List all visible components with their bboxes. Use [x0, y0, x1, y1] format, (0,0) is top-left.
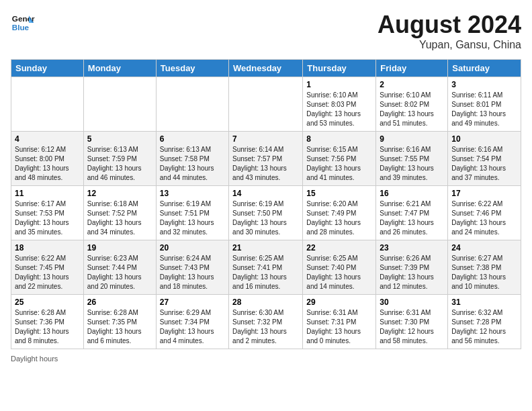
- calendar-cell: 27Sunrise: 6:29 AMSunset: 7:34 PMDayligh…: [156, 295, 228, 349]
- calendar-cell: 19Sunrise: 6:23 AMSunset: 7:44 PMDayligh…: [83, 240, 156, 295]
- day-number: 13: [160, 189, 225, 198]
- calendar-cell: 8Sunrise: 6:15 AMSunset: 7:56 PMDaylight…: [303, 132, 376, 186]
- day-info: Sunrise: 6:26 AMSunset: 7:39 PMDaylight:…: [380, 254, 444, 291]
- day-info: Sunrise: 6:32 AMSunset: 7:28 PMDaylight:…: [451, 308, 517, 346]
- day-number: 3: [451, 80, 517, 89]
- day-number: 8: [306, 134, 372, 144]
- calendar-day-header: Sunday: [11, 60, 84, 77]
- day-number: 19: [87, 243, 152, 253]
- calendar-cell: 30Sunrise: 6:31 AMSunset: 7:30 PMDayligh…: [376, 295, 448, 349]
- calendar-cell: 24Sunrise: 6:27 AMSunset: 7:38 PMDayligh…: [448, 240, 521, 295]
- day-info: Sunrise: 6:10 AMSunset: 8:03 PMDaylight:…: [306, 91, 372, 128]
- day-info: Sunrise: 6:25 AMSunset: 7:41 PMDaylight:…: [232, 254, 299, 291]
- day-number: 5: [87, 134, 152, 144]
- day-number: 28: [232, 298, 299, 307]
- day-number: 7: [232, 134, 299, 144]
- day-info: Sunrise: 6:31 AMSunset: 7:31 PMDaylight:…: [306, 308, 372, 346]
- calendar-cell: 3Sunrise: 6:11 AMSunset: 8:01 PMDaylight…: [448, 77, 521, 132]
- calendar-cell: 22Sunrise: 6:25 AMSunset: 7:40 PMDayligh…: [303, 240, 376, 295]
- calendar-cell: 23Sunrise: 6:26 AMSunset: 7:39 PMDayligh…: [376, 240, 448, 295]
- day-number: 27: [160, 298, 225, 307]
- calendar-cell: 20Sunrise: 6:24 AMSunset: 7:43 PMDayligh…: [156, 240, 228, 295]
- day-number: 20: [160, 243, 225, 253]
- day-info: Sunrise: 6:17 AMSunset: 7:53 PMDaylight:…: [15, 199, 80, 237]
- calendar-cell: 13Sunrise: 6:19 AMSunset: 7:51 PMDayligh…: [156, 186, 228, 240]
- calendar-week-row: 25Sunrise: 6:28 AMSunset: 7:36 PMDayligh…: [11, 295, 521, 349]
- day-info: Sunrise: 6:29 AMSunset: 7:34 PMDaylight:…: [160, 308, 225, 346]
- day-info: Sunrise: 6:27 AMSunset: 7:38 PMDaylight:…: [451, 254, 517, 291]
- month-year-title: August 2024: [378, 11, 521, 39]
- day-info: Sunrise: 6:16 AMSunset: 7:54 PMDaylight:…: [451, 145, 517, 183]
- calendar-cell: 29Sunrise: 6:31 AMSunset: 7:31 PMDayligh…: [303, 295, 376, 349]
- calendar-cell: 15Sunrise: 6:20 AMSunset: 7:49 PMDayligh…: [303, 186, 376, 240]
- day-number: 15: [306, 189, 372, 198]
- location-subtitle: Yupan, Gansu, China: [378, 39, 521, 51]
- calendar-cell: 9Sunrise: 6:16 AMSunset: 7:55 PMDaylight…: [376, 132, 448, 186]
- day-info: Sunrise: 6:16 AMSunset: 7:55 PMDaylight:…: [380, 145, 444, 183]
- calendar-cell: [229, 77, 303, 132]
- calendar-day-header: Monday: [83, 60, 156, 77]
- day-number: 23: [380, 243, 444, 253]
- calendar-cell: 16Sunrise: 6:21 AMSunset: 7:47 PMDayligh…: [376, 186, 448, 240]
- title-block: August 2024 Yupan, Gansu, China: [378, 11, 521, 51]
- day-info: Sunrise: 6:18 AMSunset: 7:52 PMDaylight:…: [87, 199, 152, 237]
- day-info: Sunrise: 6:19 AMSunset: 7:50 PMDaylight:…: [232, 199, 299, 237]
- day-number: 2: [380, 80, 444, 89]
- calendar-day-header: Thursday: [303, 60, 376, 77]
- calendar-cell: 2Sunrise: 6:10 AMSunset: 8:02 PMDaylight…: [376, 77, 448, 132]
- calendar-cell: 21Sunrise: 6:25 AMSunset: 7:41 PMDayligh…: [229, 240, 303, 295]
- logo-icon: General Blue: [11, 11, 35, 35]
- day-info: Sunrise: 6:28 AMSunset: 7:35 PMDaylight:…: [87, 308, 152, 346]
- day-number: 24: [451, 243, 517, 253]
- calendar-cell: 28Sunrise: 6:30 AMSunset: 7:32 PMDayligh…: [229, 295, 303, 349]
- calendar-week-row: 4Sunrise: 6:12 AMSunset: 8:00 PMDaylight…: [11, 132, 521, 186]
- calendar-cell: 25Sunrise: 6:28 AMSunset: 7:36 PMDayligh…: [11, 295, 84, 349]
- day-info: Sunrise: 6:11 AMSunset: 8:01 PMDaylight:…: [451, 91, 517, 128]
- calendar-cell: 18Sunrise: 6:22 AMSunset: 7:45 PMDayligh…: [11, 240, 84, 295]
- day-info: Sunrise: 6:22 AMSunset: 7:45 PMDaylight:…: [15, 254, 80, 291]
- svg-text:Blue: Blue: [12, 23, 30, 32]
- daylight-label: Daylight hours: [11, 355, 58, 363]
- calendar-cell: 17Sunrise: 6:22 AMSunset: 7:46 PMDayligh…: [448, 186, 521, 240]
- day-info: Sunrise: 6:28 AMSunset: 7:36 PMDaylight:…: [15, 308, 80, 346]
- calendar-day-header: Tuesday: [156, 60, 228, 77]
- calendar-week-row: 1Sunrise: 6:10 AMSunset: 8:03 PMDaylight…: [11, 77, 521, 132]
- page-header: General Blue August 2024 Yupan, Gansu, C…: [11, 11, 521, 51]
- calendar-cell: [156, 77, 228, 132]
- day-number: 30: [380, 298, 444, 307]
- day-number: 21: [232, 243, 299, 253]
- day-info: Sunrise: 6:14 AMSunset: 7:57 PMDaylight:…: [232, 145, 299, 183]
- day-info: Sunrise: 6:20 AMSunset: 7:49 PMDaylight:…: [306, 199, 372, 237]
- day-number: 26: [87, 298, 152, 307]
- day-number: 9: [380, 134, 444, 144]
- calendar-cell: 4Sunrise: 6:12 AMSunset: 8:00 PMDaylight…: [11, 132, 84, 186]
- day-info: Sunrise: 6:23 AMSunset: 7:44 PMDaylight:…: [87, 254, 152, 291]
- day-number: 18: [15, 243, 80, 253]
- day-number: 10: [451, 134, 517, 144]
- day-info: Sunrise: 6:13 AMSunset: 7:58 PMDaylight:…: [160, 145, 225, 183]
- day-number: 4: [15, 134, 80, 144]
- calendar-cell: 26Sunrise: 6:28 AMSunset: 7:35 PMDayligh…: [83, 295, 156, 349]
- calendar-cell: 7Sunrise: 6:14 AMSunset: 7:57 PMDaylight…: [229, 132, 303, 186]
- calendar-week-row: 11Sunrise: 6:17 AMSunset: 7:53 PMDayligh…: [11, 186, 521, 240]
- day-number: 29: [306, 298, 372, 307]
- day-number: 25: [15, 298, 80, 307]
- day-info: Sunrise: 6:25 AMSunset: 7:40 PMDaylight:…: [306, 254, 372, 291]
- calendar-week-row: 18Sunrise: 6:22 AMSunset: 7:45 PMDayligh…: [11, 240, 521, 295]
- day-info: Sunrise: 6:12 AMSunset: 8:00 PMDaylight:…: [15, 145, 80, 183]
- day-info: Sunrise: 6:22 AMSunset: 7:46 PMDaylight:…: [451, 199, 517, 237]
- calendar-cell: 5Sunrise: 6:13 AMSunset: 7:59 PMDaylight…: [83, 132, 156, 186]
- calendar-cell: 6Sunrise: 6:13 AMSunset: 7:58 PMDaylight…: [156, 132, 228, 186]
- calendar-cell: 10Sunrise: 6:16 AMSunset: 7:54 PMDayligh…: [448, 132, 521, 186]
- calendar-cell: 31Sunrise: 6:32 AMSunset: 7:28 PMDayligh…: [448, 295, 521, 349]
- day-number: 12: [87, 189, 152, 198]
- calendar-day-header: Wednesday: [229, 60, 303, 77]
- day-info: Sunrise: 6:31 AMSunset: 7:30 PMDaylight:…: [380, 308, 444, 346]
- day-number: 11: [15, 189, 80, 198]
- calendar-day-header: Saturday: [448, 60, 521, 77]
- calendar-cell: 12Sunrise: 6:18 AMSunset: 7:52 PMDayligh…: [83, 186, 156, 240]
- day-info: Sunrise: 6:13 AMSunset: 7:59 PMDaylight:…: [87, 145, 152, 183]
- day-info: Sunrise: 6:24 AMSunset: 7:43 PMDaylight:…: [160, 254, 225, 291]
- calendar-header-row: SundayMondayTuesdayWednesdayThursdayFrid…: [11, 60, 521, 77]
- day-number: 31: [451, 298, 517, 307]
